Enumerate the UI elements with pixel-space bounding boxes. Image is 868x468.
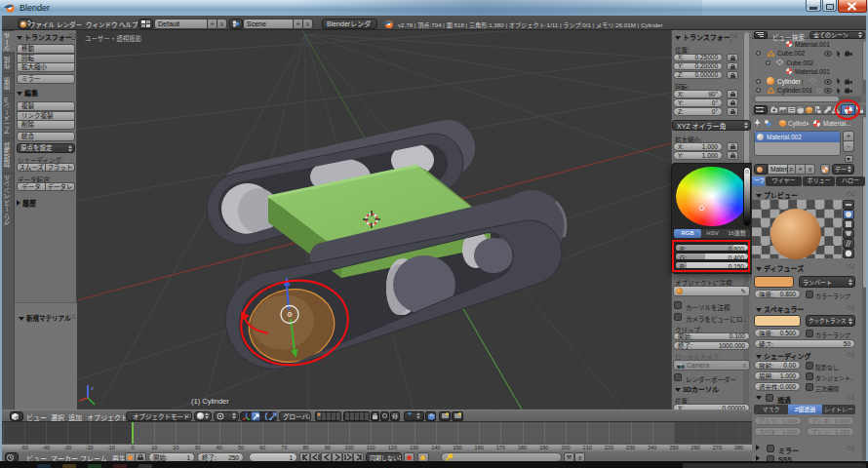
svg-text:(1) Cylinder: (1) Cylinder: [191, 397, 229, 406]
svg-text:z: z: [91, 385, 94, 391]
